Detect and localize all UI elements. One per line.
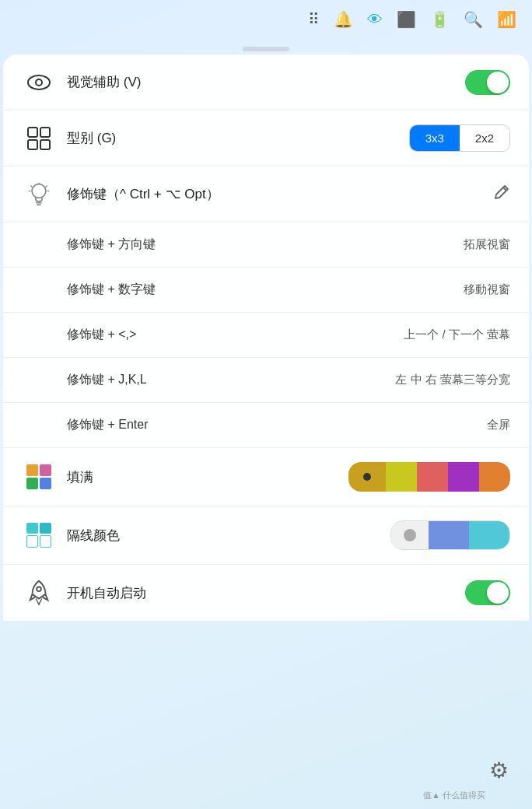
shortcut-row-number: 修饰键 + 数字键 移動視窗: [3, 268, 529, 313]
shortcut-label-arrow: 修饰键 + 方向键: [67, 236, 464, 253]
notification-icon: 🔔: [334, 10, 353, 29]
type-row: 型别 (G) 3x3 2x2: [3, 110, 529, 166]
shortcut-value-jkl: 左 中 右 萤幕三等分宽: [395, 373, 510, 387]
auto-start-toggle[interactable]: [465, 580, 510, 605]
type-2x2-button[interactable]: 2x2: [460, 125, 509, 151]
battery-icon: 🔋: [430, 10, 450, 29]
divider-icon-container: [22, 523, 56, 548]
shortcut-label-jkl: 修饰键 + J,K,L: [67, 372, 395, 388]
shortcut-value-enter: 全屏: [487, 418, 510, 433]
auto-start-row: 开机自动启动: [3, 565, 529, 621]
divider-color-swatches: [390, 520, 510, 550]
status-bar: ⠿ 🔔 👁 ⬛ 🔋 🔍 📶: [0, 0, 532, 39]
svg-line-10: [30, 185, 32, 187]
shortcut-label-enter: 修饰键 + Enter: [67, 417, 487, 433]
divider-color-label: 隔线颜色: [67, 527, 390, 545]
settings-panel: 视觉辅助 (V) 型别 (G) 3x3 2x2: [3, 54, 529, 621]
fill-swatch-2[interactable]: [386, 462, 417, 492]
shortcut-label-comma: 修饰键 + <,>: [67, 327, 404, 343]
visual-assist-row: 视觉辅助 (V): [3, 54, 529, 110]
svg-point-1: [36, 79, 42, 86]
divider-swatch-1[interactable]: [391, 520, 429, 550]
shortcut-label-number: 修饰键 + 数字键: [67, 282, 464, 298]
fill-icon-container: [22, 464, 56, 489]
rocket-icon-container: [22, 580, 56, 606]
svg-rect-4: [28, 140, 37, 149]
type-icon-container: [22, 126, 56, 151]
gear-icon[interactable]: ⚙: [489, 758, 509, 783]
edit-icon[interactable]: [493, 184, 510, 205]
divider-swatch-3[interactable]: [469, 520, 509, 550]
rocket-icon: [27, 580, 51, 606]
modifier-key-label: 修饰键（^ Ctrl + ⌥ Opt）: [67, 185, 493, 203]
svg-line-11: [45, 185, 47, 187]
type-label: 型别 (G): [67, 129, 409, 147]
panel-notch: [243, 47, 289, 51]
teal-grid-icon: [26, 523, 51, 548]
fill-color-swatches: [348, 462, 510, 492]
eye-icon: [26, 73, 51, 92]
shortcut-value-comma: 上一个 / 下一个 萤幕: [404, 327, 510, 342]
fill-label: 填满: [67, 468, 348, 486]
shortcut-value-arrow: 拓展視窗: [464, 237, 510, 252]
lightbulb-icon-container: [22, 182, 56, 207]
wifi-icon: 📶: [497, 10, 516, 29]
fill-row: 填满: [3, 448, 529, 506]
cloud-icon: 👁: [367, 11, 383, 29]
screen-share-icon: ⬛: [397, 10, 416, 29]
type-buttons-group: 3x3 2x2: [409, 124, 510, 152]
divider-color-row: 隔线颜色: [3, 506, 529, 565]
svg-rect-2: [28, 128, 37, 137]
shortcut-row-comma: 修饰键 + <,> 上一个 / 下一个 萤幕: [3, 313, 529, 358]
watermark: 值▲ 什么值得买: [423, 790, 485, 801]
grid-status-icon: ⠿: [308, 10, 320, 29]
svg-point-0: [28, 75, 50, 89]
shortcut-value-number: 移動視窗: [464, 282, 510, 297]
lightbulb-icon: [27, 182, 51, 207]
svg-point-15: [37, 587, 41, 591]
fill-swatch-5[interactable]: [479, 462, 510, 492]
modifier-key-row: 修饰键（^ Ctrl + ⌥ Opt）: [3, 166, 529, 222]
shortcut-row-enter: 修饰键 + Enter 全屏: [3, 403, 529, 448]
fill-swatch-1[interactable]: [348, 462, 386, 492]
fill-swatch-3[interactable]: [417, 462, 448, 492]
svg-rect-5: [40, 140, 50, 149]
auto-start-label: 开机自动启动: [67, 584, 465, 602]
svg-point-6: [32, 184, 46, 198]
svg-rect-3: [40, 128, 50, 137]
visual-assist-label: 视觉辅助 (V): [67, 73, 465, 91]
shortcut-row-arrow: 修饰键 + 方向键 拓展視窗: [3, 222, 529, 268]
search-icon: 🔍: [464, 10, 483, 29]
divider-swatch-2[interactable]: [429, 520, 469, 550]
colored-grid-icon: [26, 464, 51, 489]
grid4-icon: [26, 126, 51, 151]
type-3x3-button[interactable]: 3x3: [410, 125, 460, 151]
shortcut-row-jkl: 修饰键 + J,K,L 左 中 右 萤幕三等分宽: [3, 358, 529, 403]
fill-swatch-4[interactable]: [448, 462, 479, 492]
eye-icon-container: [22, 73, 56, 92]
visual-assist-toggle[interactable]: [465, 70, 510, 95]
